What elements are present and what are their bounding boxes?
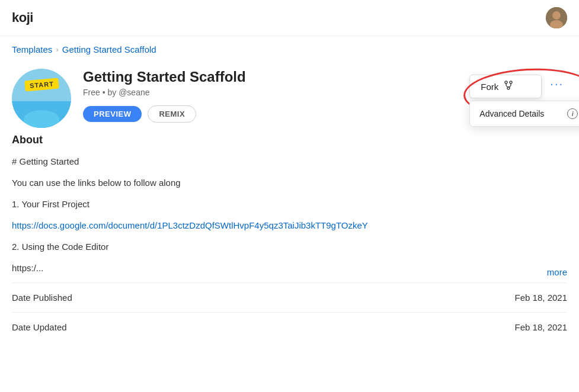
start-badge: START — [24, 78, 59, 92]
preview-button[interactable]: PREVIEW — [83, 106, 142, 122]
fork-button-group: Fork — [469, 75, 542, 98]
template-left: START Getting Started Scaffold Free • by… — [12, 69, 246, 128]
date-published-row: Date Published Feb 18, 2021 — [12, 282, 567, 312]
date-updated-value: Feb 18, 2021 — [515, 322, 567, 332]
about-item1-link: https://docs.google.com/document/d/1PL3c… — [12, 219, 567, 233]
svg-point-3 — [505, 81, 507, 83]
remix-button[interactable]: REMIX — [148, 105, 196, 123]
about-heading: # Getting Started — [12, 155, 567, 169]
info-icon: i — [567, 108, 578, 119]
fork-icon — [503, 80, 514, 93]
breadcrumb-current: Getting Started Scaffold — [62, 44, 156, 54]
template-meta: Free • by @seane — [83, 88, 246, 97]
more-link[interactable]: more — [547, 267, 567, 277]
about-item2-link: https:/... — [12, 261, 43, 275]
fork-dropdown-menu: Advanced Details i — [469, 101, 579, 127]
template-icon: START — [12, 69, 71, 128]
about-item1-label: 1. Your First Project — [12, 197, 567, 211]
more-options-button[interactable]: ··· — [546, 75, 567, 93]
date-updated-row: Date Updated Feb 18, 2021 — [12, 312, 567, 342]
about-section: About # Getting Started You can use the … — [12, 134, 567, 282]
date-published-value: Feb 18, 2021 — [515, 293, 567, 303]
avatar[interactable] — [546, 7, 567, 28]
about-paragraph: You can use the links below to follow al… — [12, 176, 567, 190]
fork-dropdown: Fork — [469, 75, 542, 98]
svg-point-1 — [552, 11, 561, 20]
breadcrumb-templates-link[interactable]: Templates — [12, 44, 52, 54]
template-title: Getting Started Scaffold — [83, 69, 246, 85]
fork-button[interactable]: Fork — [470, 75, 541, 98]
icon-base-inner — [24, 110, 59, 128]
date-updated-label: Date Updated — [12, 322, 67, 332]
breadcrumb-separator: › — [56, 45, 58, 54]
breadcrumb: Templates › Getting Started Scaffold — [0, 36, 579, 63]
logo: koji — [12, 10, 33, 25]
advanced-details-label: Advanced Details — [479, 109, 544, 118]
svg-point-4 — [510, 81, 512, 83]
right-actions: Fork — [469, 75, 567, 98]
avatar-image — [546, 7, 567, 28]
template-icon-inner: START — [12, 69, 71, 128]
main-content: START Getting Started Scaffold Free • by… — [0, 63, 579, 354]
date-published-label: Date Published — [12, 293, 72, 303]
header: koji — [0, 0, 579, 36]
about-title: About — [12, 134, 567, 146]
advanced-details-item[interactable]: Advanced Details i — [470, 101, 579, 126]
template-header-row: START Getting Started Scaffold Free • by… — [12, 69, 567, 128]
about-item1-link-anchor[interactable]: https://docs.google.com/document/d/1PL3c… — [12, 220, 368, 230]
about-item2-label: 2. Using the Code Editor — [12, 240, 567, 254]
template-actions: PREVIEW REMIX — [83, 105, 246, 123]
template-info: Getting Started Scaffold Free • by @sean… — [83, 69, 246, 123]
fork-label: Fork — [481, 82, 498, 92]
